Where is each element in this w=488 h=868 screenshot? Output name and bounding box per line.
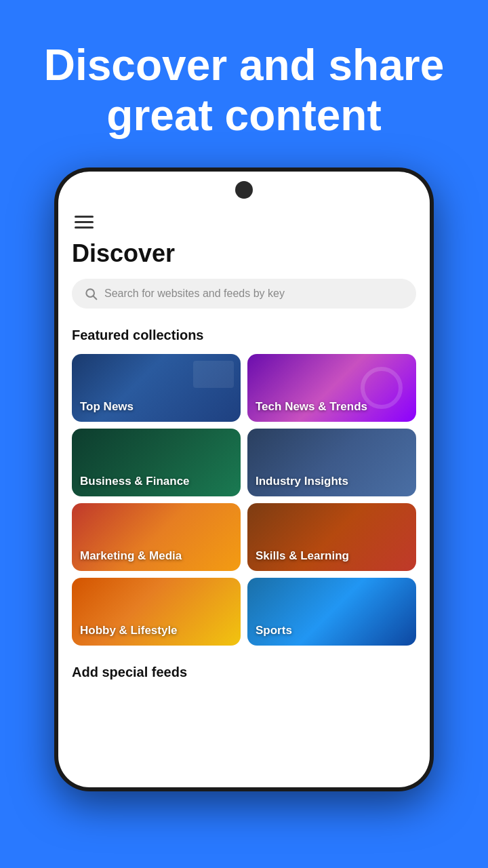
phone-outer: Discover Search for websites and feeds b… <box>54 167 434 791</box>
camera-notch <box>235 181 253 199</box>
collection-label-business: Business & Finance <box>80 475 190 488</box>
search-bar[interactable]: Search for websites and feeds by key <box>72 279 416 309</box>
collection-label-sports: Sports <box>256 624 292 637</box>
collection-card-top-news[interactable]: Top News <box>72 354 241 422</box>
phone-mockup: Discover Search for websites and feeds b… <box>54 167 434 868</box>
collections-grid: Top News Tech News & Trends Business & F… <box>72 354 416 646</box>
add-feeds-section: Add special feeds <box>72 662 416 680</box>
menu-icon[interactable] <box>72 216 416 229</box>
hamburger-line-2 <box>75 221 94 223</box>
featured-collections-title: Featured collections <box>72 328 416 343</box>
page-title: Discover <box>72 239 416 268</box>
collection-card-industry[interactable]: Industry Insights <box>247 429 416 496</box>
svg-line-1 <box>94 296 97 300</box>
collection-label-skills: Skills & Learning <box>256 549 349 563</box>
hero-title: Discover and share great content <box>0 0 488 167</box>
collection-card-hobby[interactable]: Hobby & Lifestyle <box>72 578 241 646</box>
collection-label-top-news: Top News <box>80 400 134 414</box>
collection-label-tech-news: Tech News & Trends <box>256 400 367 414</box>
hamburger-line-3 <box>75 226 94 229</box>
hamburger-line-1 <box>75 216 94 218</box>
collection-label-hobby: Hobby & Lifestyle <box>80 624 178 637</box>
collection-card-sports[interactable]: Sports <box>247 578 416 646</box>
collection-card-business[interactable]: Business & Finance <box>72 429 241 496</box>
collection-card-tech-news[interactable]: Tech News & Trends <box>247 354 416 422</box>
collection-label-industry: Industry Insights <box>256 475 348 488</box>
collection-label-marketing: Marketing & Media <box>80 549 182 563</box>
search-icon <box>84 287 98 300</box>
search-placeholder-text: Search for websites and feeds by key <box>104 288 285 300</box>
collection-card-marketing[interactable]: Marketing & Media <box>72 503 241 571</box>
screen-content: Discover Search for websites and feeds b… <box>58 172 430 787</box>
collection-card-skills[interactable]: Skills & Learning <box>247 503 416 571</box>
add-feeds-title: Add special feeds <box>72 665 416 680</box>
phone-screen: Discover Search for websites and feeds b… <box>58 172 430 787</box>
